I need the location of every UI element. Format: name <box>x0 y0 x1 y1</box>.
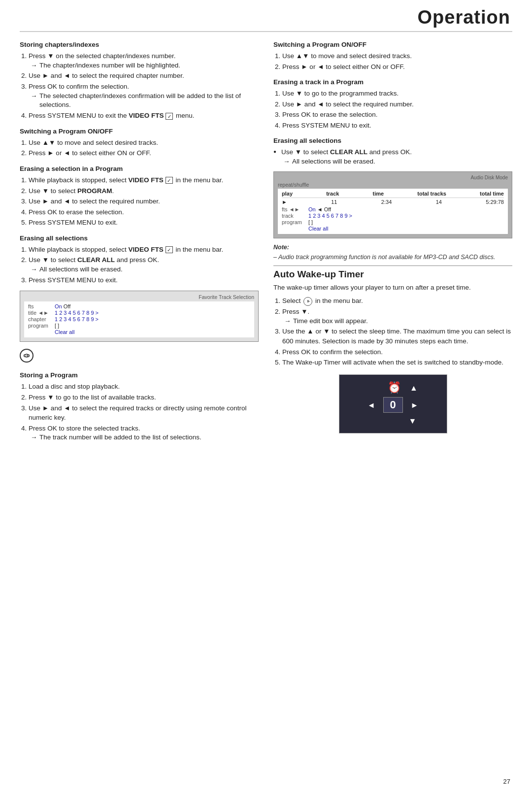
storing-program-list: Load a disc and stop playback. Press ▼ t… <box>29 382 259 442</box>
section-title-storing-program: Storing a Program <box>20 371 259 379</box>
left-arrow-icon <box>367 400 375 410</box>
screenshot-title: Favorite Track Selection <box>199 294 254 300</box>
right-column: Switching a Program ON/OFF Use ▲▼ to mov… <box>273 41 512 444</box>
arrow-item: The track number will be added to the li… <box>29 433 259 442</box>
fts-val: On Off <box>55 303 70 309</box>
switching-program-right-list: Use ▲▼ to move and select desired tracks… <box>282 51 512 71</box>
erasing-track-list: Use ▼ to go to the programmed tracks. Us… <box>282 89 512 130</box>
program-row: program [ ] <box>28 323 250 329</box>
left-column: Storing chapters/indexes Press ▼ on the … <box>20 41 259 444</box>
section-title-switching-program-left: Switching a Program ON/OFF <box>20 128 259 135</box>
list-item: Press OK to store the selected tracks. T… <box>29 424 259 442</box>
section-divider <box>273 266 512 266</box>
list-item: Select in the menu bar. <box>282 296 512 306</box>
col-play: play <box>282 191 293 197</box>
list-item: Press OK to confirm the selection. <box>282 347 512 357</box>
list-item: Press SYSTEM MENU to exit. <box>282 121 512 131</box>
erasing-all-left-list: While playback is stopped, select VIDEO … <box>29 245 259 285</box>
down-arrow-icon <box>409 416 417 426</box>
title-row: title ◄► 1 2 3 4 5 6 7 8 9 > <box>28 310 250 316</box>
section-title-erasing-track: Erasing a track in a Program <box>273 78 512 86</box>
arrow-item: The chapter/indexes number will be highl… <box>29 61 259 70</box>
auto-timer-intro: The wake-up timer allows your player to … <box>273 283 512 293</box>
timer-icon: ⏰ <box>388 381 401 394</box>
list-item: Press SYSTEM MENU to exit the VIDEO FTS … <box>29 111 259 121</box>
list-item: Use ▼ to select PROGRAM. <box>29 186 259 196</box>
timer-top-row: ⏰ <box>368 381 418 394</box>
screenshot-header: Favorite Track Selection <box>24 294 254 300</box>
list-item: While playback is stopped, select VIDEO … <box>29 175 259 185</box>
list-item: Press SYSTEM MENU to exit. <box>29 218 259 228</box>
page-number: 27 <box>503 778 510 785</box>
fts-screenshot: Favorite Track Selection fts On Off titl… <box>20 291 259 342</box>
clearall-val: Clear all <box>55 329 74 335</box>
audio-content: play track time total tracks total time … <box>278 189 508 234</box>
list-item: Use ▼ to select CLEAR ALL and press OK. … <box>29 255 259 274</box>
timer-inner: ⏰ 0 <box>367 381 419 426</box>
clock-icon <box>303 297 312 306</box>
arrow-item: All selections will be erased. <box>29 265 259 274</box>
list-item: Press ▼ on the selected chapter/indexes … <box>29 51 259 70</box>
erasing-all-right-list: Use ▼ to select CLEAR ALL and press OK. … <box>273 147 512 166</box>
auto-timer-list: Select in the menu bar. Press ▼. Time ed… <box>282 296 512 367</box>
timer-bot-row <box>369 416 417 426</box>
list-item: Use ► and ◄ to select the required chapt… <box>29 71 259 81</box>
up-arrow-icon <box>410 383 418 393</box>
play-symbol: ► <box>282 199 287 205</box>
list-item: Use ► and ◄ to select the required track… <box>29 403 259 423</box>
audio-disk-mode-label: Audio Disk Mode <box>470 175 508 180</box>
chapter-label: chapter <box>28 316 53 322</box>
audio-track-nums: 1 2 3 4 5 6 7 8 9 > <box>308 213 352 219</box>
audio-fts-row: fts ◄► On ◄ Off <box>282 206 504 212</box>
list-item: Press ▼. Time edit box will appear. <box>282 307 512 326</box>
checkmark-icon: ✓ <box>166 177 173 184</box>
note-label: Note: <box>273 244 289 251</box>
list-item: Press ► or ◄ to select either ON or OFF. <box>29 148 259 158</box>
audio-screenshot: Audio Disk Mode repeat/shuffle play trac… <box>273 171 512 238</box>
arrow-item: All selections will be erased. <box>281 157 512 166</box>
right-arrow-icon <box>411 400 419 410</box>
page-title-header: Operation <box>418 7 510 28</box>
repeat-shuffle-label: repeat/shuffle <box>278 182 508 188</box>
section-title-erasing-all-left: Erasing all selections <box>20 234 259 242</box>
audio-program-val: [ ] <box>308 219 313 225</box>
total-time-val: 5:29:78 <box>486 199 504 205</box>
col-time: time <box>373 191 384 197</box>
audio-track-row: track 1 2 3 4 5 6 7 8 9 > <box>282 213 504 219</box>
section-title-erasing-all-right: Erasing all selections <box>273 137 512 144</box>
list-item: Use ► and ◄ to select the required numbe… <box>29 197 259 206</box>
time-val: 2:34 <box>381 199 392 205</box>
audio-table-row1: ► 11 2:34 14 5:29:78 <box>282 199 504 205</box>
list-item: Press SYSTEM MENU to exit. <box>29 275 259 285</box>
list-item: Press ► or ◄ to select either ON or OFF. <box>282 62 512 72</box>
list-item: Use ▲▼ to move and select desired tracks… <box>29 138 259 148</box>
list-item: Press OK to erase the selection. <box>29 207 259 217</box>
col-total-time: total time <box>480 191 504 197</box>
list-item: Use the ▲ or ▼ to select the sleep time.… <box>282 327 512 346</box>
section-title-switching-program-right: Switching a Program ON/OFF <box>273 41 512 48</box>
note-section: Note: – Audio track programming function… <box>273 243 512 261</box>
title-nums: 1 2 3 4 5 6 7 8 9 > <box>55 310 99 316</box>
col-track: track <box>326 191 339 197</box>
col-total-tracks: total tracks <box>417 191 446 197</box>
timer-value: 0 <box>383 397 403 413</box>
erasing-selection-list: While playback is stopped, select VIDEO … <box>29 175 259 228</box>
timer-display: ⏰ 0 <box>339 374 447 433</box>
total-tracks-val: 14 <box>436 199 442 205</box>
note-text: – Audio track programming function is no… <box>273 254 512 261</box>
audio-clearall-val: Clear all <box>308 226 328 232</box>
screenshot-content: fts On Off title ◄► 1 2 3 4 5 6 7 8 9 > … <box>24 301 254 337</box>
chapter-nums: 1 2 3 4 5 6 7 8 9 > <box>55 316 99 322</box>
list-item: Press OK to confirm the selection. The s… <box>29 82 259 110</box>
fts-row: fts On Off <box>28 303 250 309</box>
section-title-erasing-selection: Erasing a selection in a Program <box>20 165 259 172</box>
list-item: Use ▼ to go to the programmed tracks. <box>282 89 512 99</box>
audio-program-label: program <box>282 219 306 225</box>
chapter-row: chapter 1 2 3 4 5 6 7 8 9 > <box>28 316 250 322</box>
auto-timer-title: Auto Wake-up Timer <box>273 269 512 280</box>
audio-fts-val: On ◄ Off <box>308 206 331 212</box>
list-item: Use ▼ to select CLEAR ALL and press OK. … <box>273 147 512 166</box>
repeat-shuffle: repeat/shuffle <box>278 182 309 188</box>
audio-table-header: play track time total tracks total time <box>282 191 504 198</box>
list-item: Press OK to erase the selection. <box>282 110 512 120</box>
